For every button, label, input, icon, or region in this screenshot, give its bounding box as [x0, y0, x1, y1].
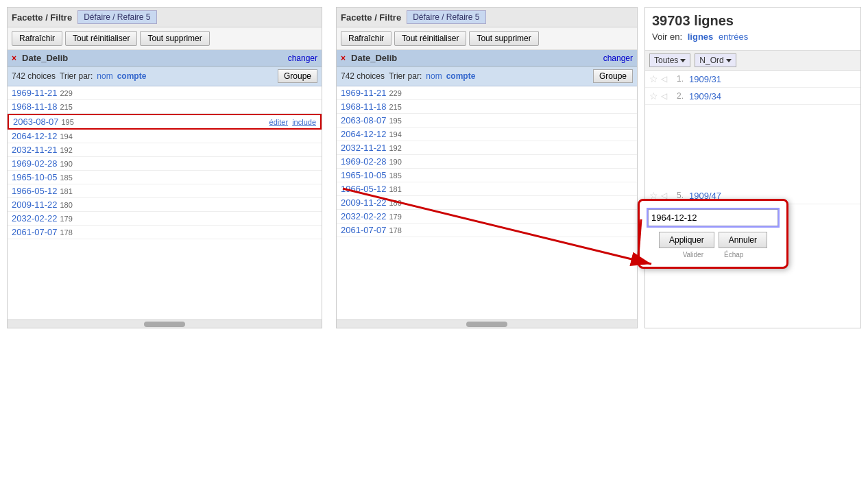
left-changer-link[interactable]: changer: [288, 53, 317, 63]
apply-button[interactable]: Appliquer: [659, 232, 714, 248]
scrollbar-thumb[interactable]: [466, 322, 507, 327]
view-lignes[interactable]: lignes: [688, 32, 714, 42]
list-item[interactable]: 1966-05-12 181: [8, 184, 322, 198]
date-link[interactable]: 1965-10-05: [12, 172, 58, 182]
date-link[interactable]: 2032-02-22: [341, 211, 387, 221]
date-link[interactable]: 1969-02-28: [12, 158, 58, 169]
date-link[interactable]: 1966-05-12: [12, 186, 58, 196]
list-item[interactable]: 2061-07-07 178: [337, 224, 637, 237]
left-refresh-btn[interactable]: Rafraîchir: [12, 31, 62, 46]
date-link[interactable]: 1968-11-18: [341, 101, 387, 112]
list-item[interactable]: 2063-08-07 195: [337, 114, 637, 128]
results-list: ☆ ◁ 1. 1909/31 ☆ ◁ 2. 1909/34 ☆ ◁ 5. 190…: [645, 71, 860, 204]
row-number: 1.: [670, 74, 684, 84]
left-trier-label: Trier par:: [60, 71, 93, 81]
left-panel-header: Facette / Filtre Défaire / Refaire 5: [8, 8, 322, 27]
date-link[interactable]: 1966-05-12: [341, 184, 387, 194]
edit-popup: Appliquer Annuler Valider Échap: [638, 199, 788, 269]
edit-link[interactable]: éditer: [269, 118, 289, 126]
list-item[interactable]: 2009-11-22 180: [8, 198, 322, 212]
middle-list-area[interactable]: 1969-11-21 229 1968-11-18 215 2063-08-07…: [337, 86, 637, 320]
middle-delete-btn[interactable]: Tout supprimer: [469, 31, 538, 46]
date-link-selected[interactable]: 2063-08-07: [13, 117, 59, 127]
left-undo-redo-tab[interactable]: Défaire / Refaire 5: [77, 10, 156, 24]
row-value[interactable]: 1909/34: [689, 91, 721, 101]
date-link[interactable]: 1968-11-18: [12, 101, 58, 112]
date-link[interactable]: 2009-11-22: [341, 197, 387, 208]
middle-undo-redo-tab[interactable]: Défaire / Refaire 5: [407, 10, 485, 24]
middle-facette-name: Date_Delib: [351, 53, 397, 63]
nord-dropdown[interactable]: N_Ord: [695, 53, 736, 67]
date-link[interactable]: 2064-12-12: [12, 131, 58, 141]
middle-nom-link[interactable]: nom: [426, 71, 442, 81]
left-delete-btn[interactable]: Tout supprimer: [140, 31, 209, 46]
list-item[interactable]: 1966-05-12 181: [337, 182, 637, 196]
left-groupe-btn[interactable]: Groupe: [278, 69, 317, 83]
date-link[interactable]: 2009-11-22: [12, 200, 58, 210]
list-item[interactable]: 1968-11-18 215: [8, 100, 322, 114]
left-list-area[interactable]: 1969-11-21 229 1968-11-18 215 2063-08-07…: [8, 86, 322, 320]
star-icon[interactable]: ☆: [649, 73, 658, 84]
left-close-facette[interactable]: ×: [12, 53, 16, 63]
date-link[interactable]: 2061-07-07: [12, 227, 58, 237]
left-facette-bar: × Date_Delib changer: [8, 50, 322, 67]
toutes-chevron-icon: [680, 59, 686, 62]
list-item[interactable]: 2064-12-12 194: [8, 130, 322, 143]
nord-label: N_Ord: [699, 56, 723, 65]
middle-refresh-btn[interactable]: Rafraîchir: [341, 31, 391, 46]
list-item[interactable]: 1969-02-28 190: [337, 155, 637, 169]
list-item[interactable]: 1965-10-05 185: [8, 171, 322, 184]
left-facette-title: × Date_Delib: [12, 53, 68, 63]
left-choices-count: 742 choices: [12, 71, 56, 81]
date-link[interactable]: 1969-11-21: [12, 88, 58, 98]
row-number: 2.: [670, 91, 684, 101]
date-link[interactable]: 1969-02-28: [341, 156, 387, 167]
list-item[interactable]: 1965-10-05 185: [337, 169, 637, 182]
list-item[interactable]: 1969-02-28 190: [8, 157, 322, 171]
left-scrollbar[interactable]: [8, 320, 322, 328]
list-item[interactable]: 2032-02-22 179: [337, 210, 637, 224]
scrollbar-thumb[interactable]: [144, 322, 185, 327]
list-item[interactable]: 2064-12-12 194: [337, 128, 637, 141]
date-link[interactable]: 2063-08-07: [341, 115, 387, 125]
results-toolbar: Toutes N_Ord: [645, 51, 860, 71]
edit-input[interactable]: [648, 209, 778, 226]
result-row: ☆ ◁ 2. 1909/34: [645, 88, 860, 105]
middle-changer-link[interactable]: changer: [603, 53, 633, 63]
apply-hint: Valider: [683, 251, 703, 258]
list-item[interactable]: 2032-02-22 179: [8, 212, 322, 226]
list-item[interactable]: 2032-11-21 192: [8, 143, 322, 157]
date-link[interactable]: 2064-12-12: [341, 129, 387, 139]
date-link[interactable]: 1965-10-05: [341, 170, 387, 180]
list-item[interactable]: 1968-11-18 215: [337, 100, 637, 114]
row-value[interactable]: 1909/31: [689, 74, 721, 84]
list-item-selected[interactable]: 2063-08-07 195 éditer include: [8, 114, 322, 130]
middle-trier-label: Trier par:: [389, 71, 422, 81]
middle-compte-link[interactable]: compte: [446, 71, 476, 81]
middle-groupe-btn[interactable]: Groupe: [593, 69, 633, 83]
list-item[interactable]: 1969-11-21 229: [8, 86, 322, 100]
toutes-dropdown[interactable]: Toutes: [649, 53, 690, 67]
date-link[interactable]: 2061-07-07: [341, 225, 387, 235]
star-icon[interactable]: ☆: [649, 91, 658, 101]
date-link[interactable]: 2032-11-21: [12, 145, 58, 155]
middle-close-facette[interactable]: ×: [341, 53, 346, 63]
left-reset-btn[interactable]: Tout réinitialiser: [65, 31, 137, 46]
date-link[interactable]: 1969-11-21: [341, 88, 387, 98]
date-link[interactable]: 2032-11-21: [341, 143, 387, 153]
left-nom-link[interactable]: nom: [97, 71, 112, 81]
list-item[interactable]: 2032-11-21 192: [337, 141, 637, 155]
include-link[interactable]: include: [292, 118, 316, 126]
list-item[interactable]: 2061-07-07 178: [8, 226, 322, 239]
middle-scrollbar[interactable]: [337, 320, 637, 328]
thumb-icon[interactable]: ◁: [661, 91, 667, 101]
cancel-button[interactable]: Annuler: [719, 232, 767, 248]
view-entrees[interactable]: entrées: [719, 32, 748, 42]
results-count: 39703 lignes: [652, 13, 854, 29]
list-item[interactable]: 1969-11-21 229: [337, 86, 637, 100]
date-link[interactable]: 2032-02-22: [12, 213, 58, 224]
middle-reset-btn[interactable]: Tout réinitialiser: [394, 31, 466, 46]
list-item[interactable]: 2009-11-22 180: [337, 196, 637, 210]
left-compte-link[interactable]: compte: [117, 71, 147, 81]
thumb-icon[interactable]: ◁: [661, 74, 667, 84]
